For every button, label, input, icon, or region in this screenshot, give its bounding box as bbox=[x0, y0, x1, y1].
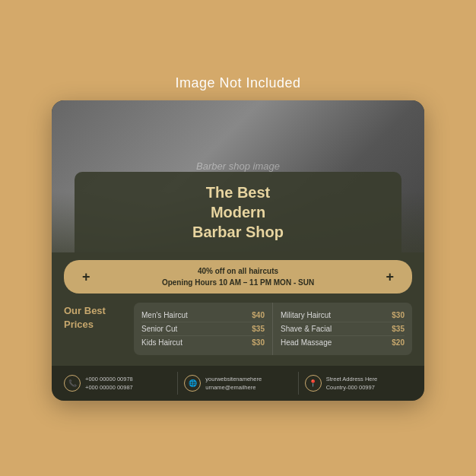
prices-right-col: Military Haircut $30 Shave & Facial $35 … bbox=[273, 303, 412, 355]
price-name: Senior Cut bbox=[141, 325, 177, 333]
price-row-military: Military Haircut $30 bbox=[281, 309, 405, 322]
page-title: Image Not Included bbox=[175, 75, 300, 91]
prices-left-col: Men's Haircut $40 Senior Cut $35 Kids Ha… bbox=[134, 303, 273, 355]
price-value: $35 bbox=[252, 325, 265, 333]
prices-table: Men's Haircut $40 Senior Cut $35 Kids Ha… bbox=[134, 303, 412, 355]
footer-bar: 📞 +000 00000 00978 +000 00000 00987 🌐 yo… bbox=[52, 366, 424, 401]
barbershop-card: Barber shop image The Best Modern Barbar… bbox=[52, 100, 424, 401]
location-icon: 📍 bbox=[305, 375, 322, 392]
price-row-shave: Shave & Facial $35 bbox=[281, 322, 405, 336]
price-name: Men's Haircut bbox=[141, 311, 188, 319]
price-value: $30 bbox=[392, 311, 405, 319]
price-row-senior: Senior Cut $35 bbox=[141, 322, 265, 336]
footer-divider-1 bbox=[177, 372, 178, 395]
price-value: $35 bbox=[392, 325, 405, 333]
price-name: Shave & Facial bbox=[281, 325, 332, 333]
footer-divider-2 bbox=[298, 372, 299, 395]
footer-address-text: Street Address Here Country-000 00997 bbox=[326, 375, 378, 392]
price-name: Kids Haircut bbox=[141, 338, 182, 347]
price-name: Military Haircut bbox=[281, 311, 331, 319]
footer-address: 📍 Street Address Here Country-000 00997 bbox=[305, 375, 412, 392]
footer-phone: 📞 +000 00000 00978 +000 00000 00987 bbox=[64, 375, 171, 392]
promo-text: 40% off on all haircuts Opening Hours 10… bbox=[97, 265, 380, 288]
hero-image: Barber shop image The Best Modern Barbar… bbox=[52, 100, 424, 252]
promo-bar: + 40% off on all haircuts Opening Hours … bbox=[64, 260, 412, 294]
footer-website: 🌐 yourwebsitenamehere urname@emailhere bbox=[184, 375, 291, 392]
price-row-kids: Kids Haircut $30 bbox=[141, 336, 265, 349]
price-value: $20 bbox=[392, 338, 405, 347]
shop-title-overlay: The Best Modern Barbar Shop bbox=[75, 172, 401, 252]
price-row-mens: Men's Haircut $40 bbox=[141, 309, 265, 322]
globe-icon: 🌐 bbox=[184, 375, 201, 392]
price-name: Head Massage bbox=[281, 338, 332, 347]
price-value: $40 bbox=[252, 311, 265, 319]
price-value: $30 bbox=[252, 338, 265, 347]
footer-website-text: yourwebsitenamehere urname@emailhere bbox=[205, 375, 262, 392]
prices-label: Our BestPrices bbox=[64, 303, 125, 332]
shop-title: The Best Modern Barbar Shop bbox=[90, 182, 386, 242]
phone-icon: 📞 bbox=[64, 375, 81, 392]
price-row-massage: Head Massage $20 bbox=[281, 336, 405, 349]
image-placeholder-text: Barber shop image bbox=[196, 160, 280, 172]
plus-left-icon: + bbox=[82, 269, 90, 285]
prices-section: Our BestPrices Men's Haircut $40 Senior … bbox=[52, 294, 424, 366]
footer-phone-text: +000 00000 00978 +000 00000 00987 bbox=[85, 375, 133, 392]
plus-right-icon: + bbox=[386, 269, 394, 285]
